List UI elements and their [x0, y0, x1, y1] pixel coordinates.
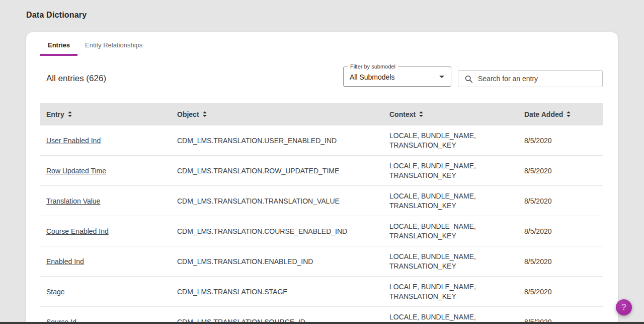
tab-entity-relationships[interactable]: Entity Relationships: [77, 32, 150, 56]
context-cell: LOCALE, BUNDLE_NAME, TRANSLATION_KEY: [383, 161, 487, 180]
table-header-row: Entry Object Context Date Added: [40, 103, 603, 125]
controls-row: All entries (626) Filter by submodel All…: [26, 70, 618, 87]
search-icon: [464, 75, 473, 83]
table-body: User Enabled Ind CDM_LMS.TRANSLATION.USE…: [40, 125, 603, 324]
object-cell: CDM_LMS.TRANSLATION.TRANSLATION_VALUE: [171, 197, 383, 205]
column-header-object[interactable]: Object: [171, 110, 383, 118]
column-header-date-added[interactable]: Date Added: [518, 110, 603, 118]
date-added-cell: 8/5/2020: [518, 137, 603, 145]
entries-table: Entry Object Context Date Added User Ena…: [40, 103, 603, 324]
help-button[interactable]: ?: [616, 299, 632, 315]
date-added-cell: 8/5/2020: [518, 197, 603, 205]
table-row: Translation Value CDM_LMS.TRANSLATION.TR…: [40, 186, 603, 216]
date-added-cell: 8/5/2020: [518, 227, 603, 235]
table-row: Course Enabled Ind CDM_LMS.TRANSLATION.C…: [40, 216, 603, 246]
table-row: Stage CDM_LMS.TRANSLATION.STAGE LOCALE, …: [40, 277, 603, 307]
sort-icon[interactable]: [419, 111, 423, 117]
entry-link[interactable]: Course Enabled Ind: [46, 227, 109, 235]
context-cell: LOCALE, BUNDLE_NAME, TRANSLATION_KEY: [383, 282, 487, 301]
object-cell: CDM_LMS.TRANSLATION.USER_ENABLED_IND: [171, 137, 383, 145]
entry-link[interactable]: Enabled Ind: [46, 257, 84, 266]
entry-link[interactable]: Stage: [46, 288, 65, 296]
date-added-cell: 8/5/2020: [518, 257, 603, 266]
window-bottom-edge: [0, 322, 644, 324]
object-cell: CDM_LMS.TRANSLATION.COURSE_ENABLED_IND: [171, 227, 383, 235]
question-mark-icon: ?: [622, 303, 626, 312]
context-cell: LOCALE, BUNDLE_NAME, TRANSLATION_KEY: [383, 252, 487, 271]
entry-search-box[interactable]: [458, 70, 603, 87]
context-cell: LOCALE, BUNDLE_NAME, TRANSLATION_KEY: [383, 222, 487, 241]
entry-link[interactable]: User Enabled Ind: [46, 137, 101, 145]
tab-bar: Entries Entity Relationships: [26, 32, 618, 56]
date-added-cell: 8/5/2020: [518, 288, 603, 296]
column-header-entry[interactable]: Entry: [40, 110, 171, 118]
data-dictionary-card: Entries Entity Relationships All entries…: [26, 32, 618, 324]
search-input[interactable]: [478, 75, 597, 83]
submodel-filter-label: Filter by submodel: [348, 63, 398, 70]
date-added-cell: 8/5/2020: [518, 167, 603, 175]
entry-link[interactable]: Row Updated Time: [46, 167, 106, 175]
page-title: Data Dictionary: [26, 11, 644, 20]
table-row: User Enabled Ind CDM_LMS.TRANSLATION.USE…: [40, 125, 603, 156]
column-header-context[interactable]: Context: [383, 110, 518, 118]
table-row: Enabled Ind CDM_LMS.TRANSLATION.ENABLED_…: [40, 246, 603, 277]
object-cell: CDM_LMS.TRANSLATION.ENABLED_IND: [171, 257, 383, 266]
sort-icon[interactable]: [68, 111, 72, 117]
tab-entries[interactable]: Entries: [40, 32, 77, 56]
table-row: Row Updated Time CDM_LMS.TRANSLATION.ROW…: [40, 156, 603, 186]
submodel-filter-value: All Submodels: [350, 73, 395, 81]
submodel-filter-dropdown[interactable]: Filter by submodel All Submodels: [343, 67, 451, 87]
context-cell: LOCALE, BUNDLE_NAME, TRANSLATION_KEY: [383, 191, 487, 211]
sort-icon[interactable]: [567, 111, 571, 117]
page-header: Data Dictionary: [0, 0, 644, 20]
entries-count-label: All entries (626): [46, 74, 106, 84]
object-cell: CDM_LMS.TRANSLATION.STAGE: [171, 288, 383, 296]
table-row: Source Id CDM_LMS.TRANSLATION.SOURCE_ID …: [40, 307, 603, 324]
sort-icon[interactable]: [203, 111, 207, 117]
object-cell: CDM_LMS.TRANSLATION.ROW_UPDATED_TIME: [171, 167, 383, 175]
chevron-down-icon: [439, 76, 444, 78]
entry-link[interactable]: Translation Value: [46, 197, 100, 205]
context-cell: LOCALE, BUNDLE_NAME, TRANSLATION_KEY: [383, 131, 487, 150]
